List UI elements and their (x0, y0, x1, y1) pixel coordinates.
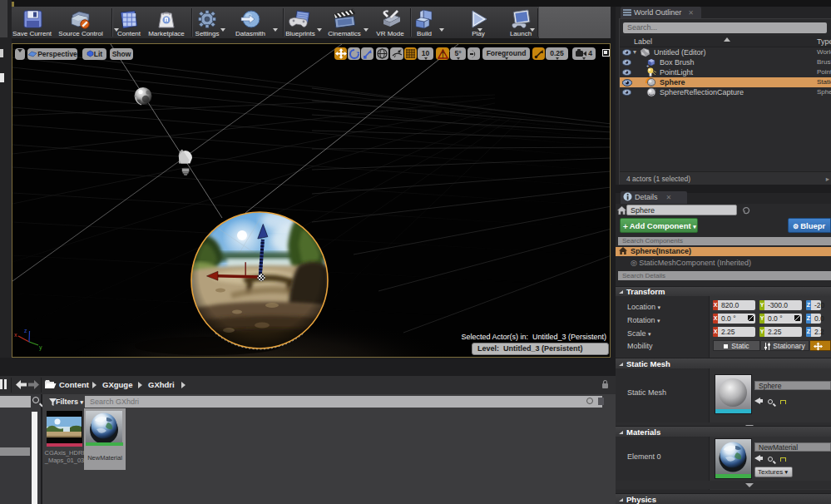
svg-text:z: z (24, 328, 27, 334)
svg-text:x: x (14, 332, 17, 338)
svg-text:y: y (39, 344, 42, 351)
